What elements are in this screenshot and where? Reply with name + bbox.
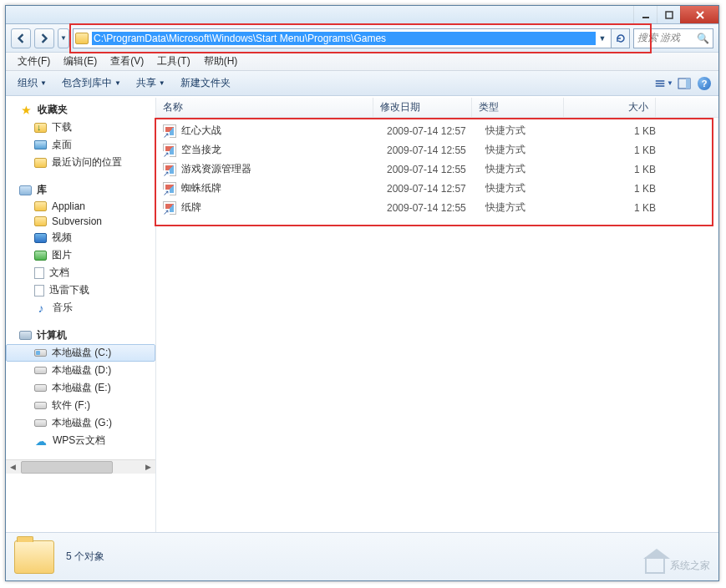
sidebar-item-drive-e[interactable]: 本地磁盘 (E:) [6,379,155,397]
col-size[interactable]: 大小 [564,98,656,117]
file-type: 快捷方式 [485,124,577,138]
sidebar-hscrollbar[interactable]: ◀ ▶ [6,459,155,474]
sidebar-item-wps-cloud[interactable]: ☁WPS云文档 [6,432,155,449]
sidebar-item-drive-g[interactable]: 本地磁盘 (G:) [6,414,155,432]
svg-rect-1 [666,12,673,18]
forward-button[interactable] [34,28,54,48]
sidebar-item-applian[interactable]: Applian [6,199,155,214]
preview-pane-button[interactable] [675,74,693,93]
file-row[interactable]: 游戏资源管理器 2009-07-14 12:55 快捷方式 1 KB [156,160,718,179]
status-text: 5 个对象 [66,550,104,564]
chevron-down-icon: ▼ [114,79,121,87]
shortcut-icon [163,163,176,176]
sidebar-item-drive-c[interactable]: 本地磁盘 (C:) [6,344,155,362]
chevron-down-icon: ▼ [40,79,47,87]
star-icon: ★ [19,104,33,117]
new-folder-button[interactable]: 新建文件夹 [174,74,237,93]
svg-rect-8 [686,79,690,89]
explorer-window: ▼ ▼ 搜索 游戏 🔍 文件(F) 编辑(E) 查看(V) 工具(T) [5,5,719,581]
sidebar-item-label: 音乐 [53,301,73,315]
address-bar[interactable]: ▼ [73,28,612,48]
sidebar-item-label: WPS云文档 [53,433,105,448]
menu-tools[interactable]: 工具(T) [150,53,196,70]
body: ★收藏夹 下载 桌面 最近访问的位置 库 Applian Subversion … [6,98,718,532]
file-name: 空当接龙 [181,143,387,157]
minimize-button[interactable] [633,6,657,23]
file-row[interactable]: 空当接龙 2009-07-14 12:55 快捷方式 1 KB [156,140,718,160]
sidebar[interactable]: ★收藏夹 下载 桌面 最近访问的位置 库 Applian Subversion … [6,98,156,532]
menu-help[interactable]: 帮助(H) [197,53,245,70]
cloud-icon: ☁ [34,434,48,448]
menu-file[interactable]: 文件(F) [11,53,57,70]
drive-icon [34,349,47,357]
file-row[interactable]: 红心大战 2009-07-14 12:57 快捷方式 1 KB [156,121,718,140]
svg-rect-4 [656,80,665,82]
video-icon [34,233,47,243]
file-size: 1 KB [577,164,669,175]
sidebar-item-thunder[interactable]: 迅雷下载 [6,281,155,299]
watermark: 系统之家 [645,557,710,574]
sidebar-item-subversion[interactable]: Subversion [6,214,155,229]
address-input[interactable] [92,32,596,45]
include-label: 包含到库中 [62,76,112,90]
sidebar-item-music[interactable]: ♪音乐 [6,299,155,317]
scroll-left-icon[interactable]: ◀ [6,460,20,474]
nav-history-dropdown[interactable]: ▼ [58,28,69,48]
share-button[interactable]: 共享▼ [129,74,172,93]
close-button[interactable] [680,6,718,23]
sidebar-item-drive-f[interactable]: 软件 (F:) [6,397,155,414]
folder-icon [34,201,47,211]
maximize-button[interactable] [657,6,680,23]
sidebar-head-libraries[interactable]: 库 [6,181,155,199]
back-button[interactable] [11,28,31,48]
menu-view[interactable]: 查看(V) [104,53,150,70]
chevron-down-icon: ▼ [667,79,673,87]
scroll-right-icon[interactable]: ▶ [141,460,155,474]
sidebar-head-computer[interactable]: 计算机 [6,327,155,344]
file-type: 快捷方式 [485,162,577,176]
svg-rect-6 [656,85,665,87]
menu-edit[interactable]: 编辑(E) [57,53,104,70]
scroll-thumb[interactable] [21,461,113,474]
sidebar-group-computer: 计算机 本地磁盘 (C:) 本地磁盘 (D:) 本地磁盘 (E:) 软件 (F:… [6,327,155,449]
drive-icon [34,367,47,374]
view-options-button[interactable]: ▼ [655,74,673,93]
help-button[interactable]: ? [695,74,713,93]
refresh-button[interactable] [612,28,630,48]
shortcut-icon [163,182,176,195]
sidebar-item-label: Applian [52,200,85,212]
sidebar-item-pictures[interactable]: 图片 [6,246,155,264]
sidebar-item-drive-d[interactable]: 本地磁盘 (D:) [6,362,155,379]
sidebar-head-favorites[interactable]: ★收藏夹 [6,101,155,119]
document-icon [34,285,44,297]
sidebar-item-documents[interactable]: 文档 [6,264,155,281]
desktop-icon [34,140,47,150]
sidebar-item-recent[interactable]: 最近访问的位置 [6,154,155,171]
computer-label: 计算机 [37,328,67,342]
file-size: 1 KB [577,144,669,156]
file-row[interactable]: 纸牌 2009-07-14 12:55 快捷方式 1 KB [156,198,718,217]
menubar: 文件(F) 编辑(E) 查看(V) 工具(T) 帮助(H) [6,53,718,71]
sidebar-item-videos[interactable]: 视频 [6,229,155,246]
file-size: 1 KB [577,125,669,137]
sidebar-item-downloads[interactable]: 下载 [6,119,155,136]
search-icon: 🔍 [697,33,709,44]
folder-large-icon [14,540,54,574]
include-library-button[interactable]: 包含到库中▼ [55,74,128,93]
col-date[interactable]: 修改日期 [373,98,472,117]
svg-rect-5 [656,83,665,84]
file-size: 1 KB [577,202,669,214]
file-row[interactable]: 蜘蛛纸牌 2009-07-14 12:57 快捷方式 1 KB [156,179,718,198]
address-dropdown-icon[interactable]: ▼ [596,34,609,43]
col-type[interactable]: 类型 [472,98,564,117]
sidebar-item-desktop[interactable]: 桌面 [6,136,155,154]
col-name[interactable]: 名称 [156,98,373,117]
sidebar-item-label: 软件 (F:) [52,398,90,413]
file-name: 红心大战 [181,124,387,138]
file-date: 2009-07-14 12:55 [387,144,485,156]
search-box[interactable]: 搜索 游戏 🔍 [633,28,713,48]
file-date: 2009-07-14 12:57 [387,125,485,137]
organize-button[interactable]: 组织▼ [11,74,53,93]
folder-icon [75,33,89,44]
sidebar-item-label: 视频 [52,231,72,245]
